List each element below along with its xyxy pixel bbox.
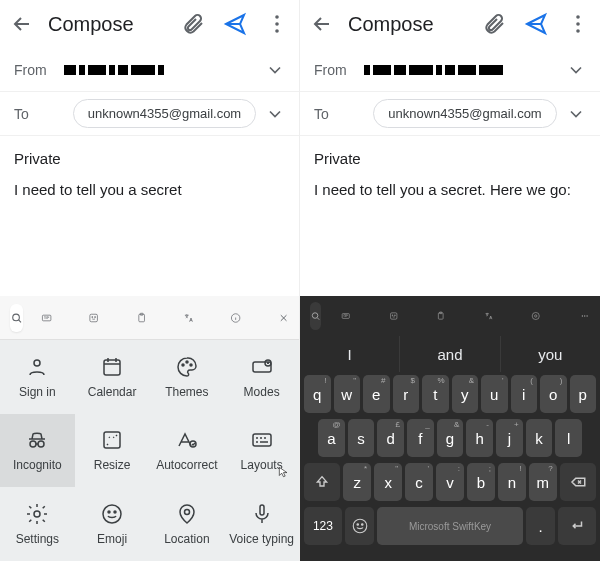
svg-rect-36 [390,313,396,319]
key-a[interactable]: a@ [318,419,345,457]
key-l[interactable]: l [555,419,582,457]
suggestion[interactable]: and [399,336,499,372]
svg-point-8 [95,316,96,317]
suggestion[interactable]: I [300,336,399,372]
enter-key[interactable] [558,507,596,545]
kb-option-incognito[interactable]: Incognito [0,414,75,488]
kb-option-location[interactable]: Location [150,487,225,561]
sticker-icon[interactable] [88,306,99,330]
sticker-icon[interactable] [389,304,398,328]
key-r[interactable]: r$ [393,375,420,413]
to-chip[interactable]: unknown4355@gmail.com [373,99,556,128]
key-e[interactable]: e# [363,375,390,413]
space-key[interactable]: Microsoft SwiftKey [377,507,523,545]
numbers-key[interactable]: 123 [304,507,342,545]
attach-icon[interactable] [181,12,205,36]
from-value[interactable] [64,65,265,75]
key-d[interactable]: d£ [377,419,404,457]
svg-point-27 [114,511,116,513]
svg-point-42 [535,315,537,317]
svg-point-2 [275,29,279,33]
key-f[interactable]: f_ [407,419,434,457]
translate-icon[interactable] [183,306,194,330]
svg-point-0 [275,15,279,19]
key-q[interactable]: q! [304,375,331,413]
key-z[interactable]: z* [343,463,371,501]
key-h[interactable]: h- [466,419,493,457]
backspace-key[interactable] [560,463,596,501]
kb-option-autocorrect[interactable]: Autocorrect [150,414,225,488]
chevron-down-icon[interactable] [265,104,285,124]
kb-option-resize[interactable]: Resize [75,414,150,488]
key-k[interactable]: k [526,419,553,457]
from-value[interactable] [364,65,566,75]
key-u[interactable]: u' [481,375,508,413]
more-icon[interactable] [265,12,289,36]
suggestion[interactable]: you [500,336,600,372]
search-icon[interactable] [10,304,23,332]
send-icon[interactable] [223,12,247,36]
clipboard-icon[interactable] [136,306,147,330]
svg-point-48 [361,524,363,526]
key-w[interactable]: w" [334,375,361,413]
key-i[interactable]: i( [511,375,538,413]
svg-text:GIF: GIF [44,316,49,320]
key-t[interactable]: t% [422,375,449,413]
settings-icon[interactable] [531,304,540,328]
kb-option-voice[interactable]: Voice typing [224,487,299,561]
back-icon[interactable] [10,12,34,36]
emoji-key[interactable] [345,507,374,545]
svg-point-38 [394,315,395,316]
translate-icon[interactable] [484,304,493,328]
emoji-icon [100,502,124,526]
clipboard-icon[interactable] [436,304,445,328]
send-icon[interactable] [524,12,548,36]
period-key[interactable]: . [526,507,555,545]
subject-field[interactable]: Private [300,136,600,181]
more-icon[interactable] [580,304,589,328]
key-g[interactable]: g& [437,419,464,457]
close-icon[interactable] [278,306,289,330]
search-icon[interactable] [310,302,321,330]
kb-option-emoji[interactable]: Emoji [75,487,150,561]
svg-point-44 [585,315,586,316]
attach-icon[interactable] [482,12,506,36]
chevron-down-icon[interactable] [265,60,285,80]
key-n[interactable]: n! [498,463,526,501]
subject-field[interactable]: Private [0,136,299,181]
kb-option-modes[interactable]: Modes [224,340,299,414]
key-s[interactable]: s [348,419,375,457]
svg-point-15 [186,361,188,363]
from-label: From [14,62,64,78]
key-p[interactable]: p [570,375,597,413]
back-icon[interactable] [310,12,334,36]
key-x[interactable]: x" [374,463,402,501]
key-o[interactable]: o) [540,375,567,413]
themes-icon [175,355,199,379]
key-b[interactable]: b; [467,463,495,501]
key-c[interactable]: c' [405,463,433,501]
to-chip[interactable]: unknown4355@gmail.com [73,99,256,128]
body-field[interactable]: I need to tell you a secret [0,181,299,296]
to-label: To [314,106,364,122]
kb-option-calendar[interactable]: Calendar [75,340,150,414]
kb-option-layouts[interactable]: Layouts [224,414,299,488]
key-j[interactable]: j+ [496,419,523,457]
chevron-down-icon[interactable] [566,60,586,80]
info-icon[interactable] [230,306,241,330]
kb-option-signin[interactable]: Sign in [0,340,75,414]
svg-point-28 [184,510,189,515]
autocorrect-icon [175,428,199,452]
key-v[interactable]: v: [436,463,464,501]
key-y[interactable]: y& [452,375,479,413]
signin-icon [25,355,49,379]
chevron-down-icon[interactable] [566,104,586,124]
gif-icon[interactable]: GIF [41,306,52,330]
body-field[interactable]: I need to tell you a secret. Here we go: [300,181,600,296]
more-icon[interactable] [566,12,590,36]
gif-icon[interactable]: GIF [341,304,350,328]
shift-key[interactable] [304,463,340,501]
kb-option-themes[interactable]: Themes [150,340,225,414]
kb-option-settings[interactable]: Settings [0,487,75,561]
key-m[interactable]: m? [529,463,557,501]
